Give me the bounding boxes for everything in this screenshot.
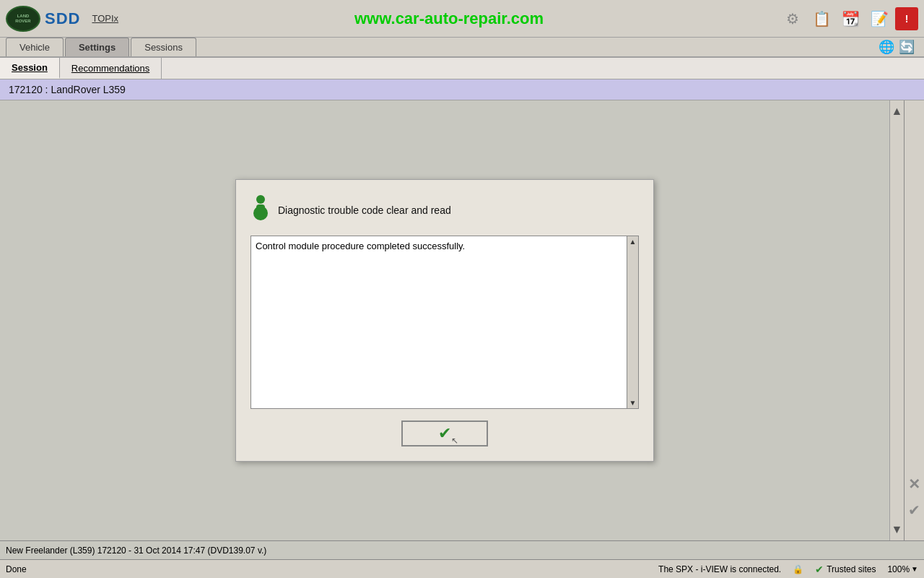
scroll-down-arrow[interactable]: ▼ [628,397,638,408]
lock-icon: 🔒 [793,564,803,574]
emergency-icon[interactable]: ! [895,7,918,30]
toolbar: LANDROVER SDD TOPIx www.car-auto-repair.… [0,0,924,38]
work-area: Diagnostic trouble code clear and read C… [0,100,924,540]
trusted-sites-label: Trusted sites [827,564,876,574]
session-info-bar: New Freelander (L359) 172120 - 31 Oct 20… [0,540,924,559]
sidebar-down-arrow[interactable]: ▼ [892,523,903,536]
ok-checkmark-icon: ✔ ↖ [438,424,451,443]
nav-right-icons: 🌐 🔄 [878,38,918,56]
logo-area: LANDROVER SDD TOPIx [6,6,118,32]
vehicle-bar: 172120 : LandRover L359 [0,79,924,100]
tab-session[interactable]: Session [0,58,60,79]
website-text: www.car-auto-repair.com [118,9,780,28]
tab-recommendations[interactable]: Recommendations [60,58,162,79]
dialog-textarea-container: Control module procedure completed succe… [250,236,639,409]
dialog-title: Diagnostic trouble code clear and read [278,204,451,216]
vehicle-nav-btn[interactable]: Vehicle [6,38,64,56]
note-icon[interactable]: 📝 [866,6,892,32]
svg-point-0 [256,195,265,204]
close-x-button[interactable]: ✕ [908,475,920,493]
settings-nav-btn[interactable]: Settings [65,38,129,56]
person-icon [250,194,271,225]
dialog-ok-area: ✔ ↖ [250,420,639,447]
nav-buttons: Vehicle Settings Sessions [6,38,196,56]
dialog-message-textarea[interactable]: Control module procedure completed succe… [251,236,627,408]
app-container: LANDROVER SDD TOPIx www.car-auto-repair.… [0,0,924,578]
scroll-up-arrow[interactable]: ▲ [628,236,638,247]
trusted-check-icon: ✔ [815,564,824,575]
clipboard-icon[interactable]: 📋 [808,6,834,32]
textarea-scrollbar: ▲ ▼ [627,236,638,408]
topix-link[interactable]: TOPIx [92,13,118,24]
sdd-logo: SDD [45,9,80,28]
dialog-header: Diagnostic trouble code clear and read [250,194,639,225]
network-icon[interactable]: 🌐 [878,38,895,56]
right-scrollbar: ▲ ▼ [889,100,904,540]
zoom-dropdown-icon[interactable]: ▼ [911,565,918,573]
status-right-area: The SPX - i-VIEW is connected. 🔒 ✔ Trust… [658,564,918,575]
confirm-check-button[interactable]: ✔ [908,501,920,519]
land-rover-logo: LANDROVER [6,6,40,32]
toolbar-icons: ⚙ 📋 📆 📝 ! [780,6,918,32]
calendar-icon[interactable]: 📆 [837,6,863,32]
sessions-nav-btn[interactable]: Sessions [131,38,196,56]
refresh-icon[interactable]: 🔄 [898,38,915,56]
status-bar: Done The SPX - i-VIEW is connected. 🔒 ✔ … [0,559,924,578]
svg-rect-2 [256,204,265,215]
sidebar-up-arrow[interactable]: ▲ [892,105,903,118]
navbar: Vehicle Settings Sessions 🌐 🔄 [0,38,924,58]
content-area: Diagnostic trouble code clear and read C… [0,100,889,540]
ok-button[interactable]: ✔ ↖ [401,420,488,447]
trusted-sites-area[interactable]: ✔ Trusted sites [815,564,876,575]
dialog-box: Diagnostic trouble code clear and read C… [235,179,654,462]
zoom-area: 100% ▼ [887,564,918,574]
zoom-level: 100% [887,564,910,574]
session-info-text: New Freelander (L359) 172120 - 31 Oct 20… [6,545,266,556]
tabs-row: Session Recommendations [0,58,924,79]
right-action-panel: ✕ ✔ [904,100,924,540]
status-done-text: Done [6,564,27,574]
spx-connection-text: The SPX - i-VIEW is connected. [658,564,781,574]
gear-icon[interactable]: ⚙ [780,6,806,32]
